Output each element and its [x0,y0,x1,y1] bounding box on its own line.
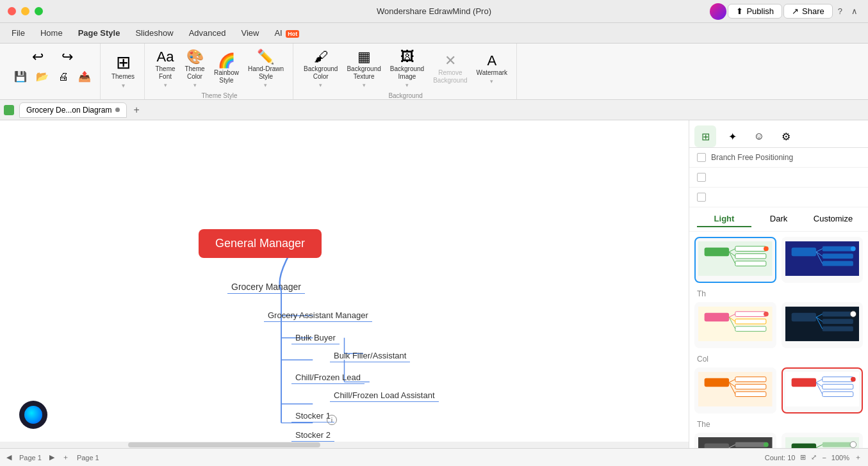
publish-button[interactable]: ⬆ Publish [728,4,782,19]
node-bulk-filler[interactable]: Bulk Filler/Assistant [330,349,410,362]
fit-icon[interactable]: ⊞ [800,453,806,462]
theme-card-green-bright[interactable] [782,433,864,448]
canvas-scrollbar-thumb[interactable] [128,442,320,447]
watermark-button[interactable]: A Watermark ▾ [473,51,512,87]
bg-image-button[interactable]: 🖼 BackgroundImage ▾ [386,47,428,91]
extra-checkbox-2 [689,188,868,207]
undo-icon: ↩ [32,50,44,64]
zoom-out-icon[interactable]: − [822,454,826,462]
theme-tab-dark[interactable]: Dark [751,211,806,227]
add-page-icon[interactable]: ＋ [62,453,69,462]
bg-image-icon: 🖼 [400,50,414,64]
hand-drawn-button[interactable]: ✏️ Hand-DrawnStyle ▾ [244,47,288,91]
save-button[interactable]: 💾 [10,69,31,84]
node-grocery-manager-label: Grocery Manager [231,282,301,292]
bg-texture-button[interactable]: ▦ BackgroundTexture ▾ [343,47,384,91]
maximize-button[interactable] [35,7,43,15]
theme-thumb-colorful [698,306,773,342]
node-chill-frozen-lead[interactable]: Chill/Frozen Lead [291,371,364,384]
theme-tab-customize[interactable]: Customize [806,211,860,227]
page-1-label[interactable]: Page 1 [19,454,42,462]
rainbow-style-button[interactable]: 🌈 RainbowStyle [210,51,243,87]
collapse-button[interactable]: ∧ [848,5,862,17]
remove-bg-icon: ✕ [445,54,456,68]
panel-tab-ai[interactable]: ✦ [721,125,743,147]
export-button[interactable]: 📤 [74,69,95,84]
user-avatar[interactable] [710,3,726,20]
remove-bg-label: RemoveBackground [433,69,467,84]
svg-rect-47 [705,378,730,387]
node-chill-frozen-assistant[interactable]: Chill/Frozen Load Assistant [330,389,439,402]
undo-redo-group: ↩ ↪ 💾 📂 🖨 📤 [5,44,101,99]
svg-rect-64 [705,444,730,448]
theme-card-green[interactable] [694,237,776,283]
svg-rect-22 [822,253,853,259]
node-bulk-buyer-label: Bulk Buyer [295,333,336,342]
titlebar: Wondershare EdrawMind (Pro) ⬆ Publish ↗ … [0,0,868,23]
diagram-tab[interactable]: Grocery De...on Diagram [19,102,127,118]
theme-font-arrow: ▾ [164,82,167,88]
theme-card-colorful[interactable] [694,302,776,348]
menubar: File Home Page Style Slideshow Advanced … [0,23,868,44]
background-group-label: Background [388,92,422,99]
svg-rect-12 [735,246,766,252]
close-button[interactable] [8,7,16,15]
panel-tab-layout[interactable]: ⊞ [694,125,716,147]
branch-positioning-checkbox[interactable] [697,153,706,162]
node-bulk-buyer[interactable]: Bulk Buyer [291,332,340,344]
menu-slideshow[interactable]: Slideshow [129,26,179,40]
node-stocker-2[interactable]: Stocker 2 [291,429,334,442]
menu-file[interactable]: File [5,26,31,40]
ribbon: ↩ ↪ 💾 📂 🖨 📤 ⊞ [0,44,868,100]
menu-page-style[interactable]: Page Style [72,26,127,40]
theme-card-dark-blue[interactable] [782,237,864,283]
canvas-scrollbar[interactable] [0,442,689,448]
print-button[interactable]: 🖨 [54,69,73,84]
undo-button[interactable]: ↩ [24,47,52,68]
menu-ai[interactable]: AI Hot [268,26,306,40]
bg-texture-arrow: ▾ [363,82,366,88]
themes-button[interactable]: ⊞ Themes ▾ [107,51,139,92]
node-grocery-assistant-manager[interactable]: Grocery Assistant Manager [264,309,372,322]
svg-rect-65 [735,442,766,447]
zoom-level: 100% [831,454,849,462]
menu-home[interactable]: Home [34,26,69,40]
theme-card-red[interactable] [782,367,864,414]
theme-card-dark-navy[interactable] [782,302,864,348]
bg-color-button[interactable]: 🖌 BackgroundColor ▾ [300,47,341,91]
add-tab-button[interactable]: + [129,104,143,116]
panel-tab-emoji[interactable]: ☺ [748,125,770,147]
theme-font-button[interactable]: Aa ThemeFont ▾ [151,47,179,91]
titlebar-actions: ⬆ Publish ↗ Share ? ∧ [710,3,862,20]
open-button[interactable]: 📂 [32,69,53,84]
extra-cb-1[interactable] [697,173,706,182]
theme-card-orange[interactable] [694,367,776,414]
menu-view[interactable]: View [235,26,266,40]
themes-label: Themes [111,73,135,81]
watermark-label: Watermark [477,69,508,77]
minimize-button[interactable] [21,7,29,15]
fullscreen-icon[interactable]: ⤢ [811,453,817,462]
menu-advanced[interactable]: Advanced [183,26,233,40]
node-general-manager[interactable]: General Manager [199,229,322,258]
theme-color-arrow: ▾ [193,82,197,88]
theme-color-button[interactable]: 🎨 ThemeColor ▾ [181,47,209,91]
share-button[interactable]: ↗ Share [783,4,833,19]
extra-cb-2[interactable] [697,193,706,202]
publish-icon: ⬆ [736,6,743,16]
theme-thumb-dark-navy [785,306,860,342]
zoom-in-icon[interactable]: ＋ [855,453,862,462]
help-button[interactable]: ? [834,5,846,17]
theme-grid-4 [694,433,863,448]
branch-positioning-row: Branch Free Positioning [689,148,868,168]
panel-tab-settings[interactable]: ⚙ [775,125,797,147]
node-grocery-manager[interactable]: Grocery Manager [227,280,305,294]
remove-bg-button[interactable]: ✕ RemoveBackground [429,51,471,87]
svg-rect-40 [822,319,853,324]
hand-drawn-arrow: ▾ [264,82,267,88]
ai-assistant-button[interactable] [19,401,47,429]
theme-tab-light[interactable]: Light [697,211,751,227]
canvas[interactable]: General Manager Grocery Manager Grocery … [0,120,689,448]
theme-card-dark-gray[interactable] [694,433,776,448]
redo-button[interactable]: ↪ [53,47,81,68]
